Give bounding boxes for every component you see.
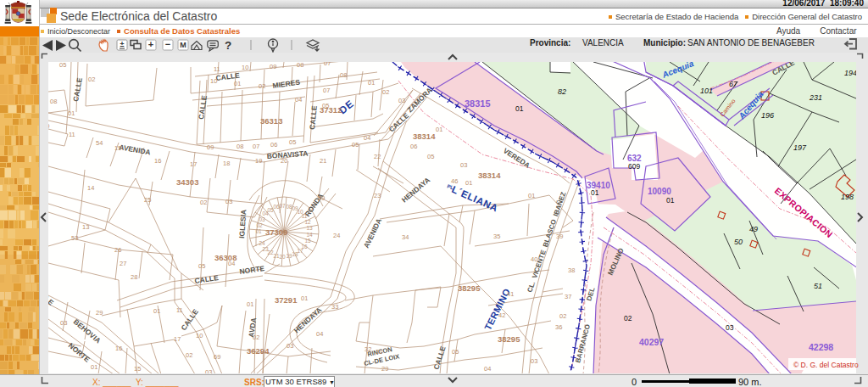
svg-text:01: 01 <box>666 196 675 205</box>
svg-text:16: 16 <box>115 345 122 352</box>
svg-text:02: 02 <box>88 76 95 83</box>
svg-text:01: 01 <box>368 79 375 87</box>
svg-text:05: 05 <box>289 138 296 146</box>
svg-text:07: 07 <box>323 87 330 94</box>
svg-text:01: 01 <box>528 192 535 199</box>
svg-text:02: 02 <box>186 351 192 359</box>
svg-text:197: 197 <box>793 143 807 152</box>
svg-text:?: ? <box>225 39 231 52</box>
svg-text:05: 05 <box>59 61 66 69</box>
svg-text:29: 29 <box>381 365 388 373</box>
svg-text:32: 32 <box>364 345 371 353</box>
svg-text:35: 35 <box>493 233 500 240</box>
svg-text:28: 28 <box>131 273 137 281</box>
svg-text:42298: 42298 <box>809 342 833 352</box>
svg-text:01: 01 <box>255 228 262 234</box>
svg-text:11: 11 <box>69 131 75 138</box>
svg-text:17: 17 <box>190 160 197 168</box>
svg-text:18: 18 <box>223 160 230 167</box>
svg-text:12: 12 <box>304 219 311 225</box>
svg-text:21: 21 <box>273 253 280 259</box>
svg-text:13: 13 <box>306 225 313 231</box>
svg-text:29: 29 <box>96 309 103 317</box>
svg-text:08: 08 <box>340 71 347 79</box>
svg-text:01: 01 <box>68 109 75 117</box>
svg-text:03: 03 <box>259 216 265 222</box>
svg-text:01: 01 <box>591 188 599 197</box>
svg-text:36: 36 <box>555 323 562 331</box>
svg-text:03: 03 <box>531 357 537 365</box>
svg-text:03: 03 <box>225 198 232 205</box>
svg-text:+: + <box>148 39 153 49</box>
svg-text:15: 15 <box>304 238 311 244</box>
svg-text:24: 24 <box>333 232 340 239</box>
svg-text:21: 21 <box>320 157 326 165</box>
svg-text:01: 01 <box>301 294 308 302</box>
svg-text:10090: 10090 <box>648 187 671 196</box>
svg-text:42: 42 <box>498 311 505 319</box>
svg-text:04: 04 <box>316 330 323 338</box>
svg-text:38295: 38295 <box>498 334 520 344</box>
svg-text:23: 23 <box>374 192 381 199</box>
svg-text:08: 08 <box>297 61 303 69</box>
svg-text:07: 07 <box>279 203 286 209</box>
svg-text:14: 14 <box>87 184 94 192</box>
svg-text:10: 10 <box>210 77 217 85</box>
svg-text:40: 40 <box>531 255 537 263</box>
svg-text:11: 11 <box>176 306 183 314</box>
svg-text:07: 07 <box>253 143 259 150</box>
svg-text:03: 03 <box>398 97 405 104</box>
svg-text:01: 01 <box>234 80 241 87</box>
svg-text:01: 01 <box>465 179 472 187</box>
svg-text:03: 03 <box>60 319 67 327</box>
svg-text:01: 01 <box>153 307 160 315</box>
svg-text:02: 02 <box>559 312 566 320</box>
svg-text:22: 22 <box>374 153 381 160</box>
svg-text:02: 02 <box>253 334 259 341</box>
svg-text:37309: 37309 <box>265 227 287 237</box>
svg-text:59: 59 <box>318 194 325 202</box>
svg-text:51: 51 <box>814 282 822 290</box>
svg-text:38314: 38314 <box>413 132 436 141</box>
svg-text:24: 24 <box>259 240 265 246</box>
svg-text:50: 50 <box>734 238 743 246</box>
svg-text:15: 15 <box>114 144 121 152</box>
svg-text:10: 10 <box>242 64 248 71</box>
svg-text:38: 38 <box>568 266 575 274</box>
svg-text:38315: 38315 <box>465 98 491 109</box>
svg-text:20: 20 <box>279 254 286 260</box>
svg-text:02: 02 <box>624 314 632 322</box>
svg-text:33: 33 <box>331 303 338 311</box>
svg-text:03: 03 <box>205 368 212 374</box>
svg-text:198: 198 <box>841 193 854 201</box>
svg-text:04: 04 <box>295 96 302 104</box>
svg-text:11: 11 <box>302 213 308 219</box>
svg-text:36294: 36294 <box>247 346 270 356</box>
svg-text:18: 18 <box>292 251 298 257</box>
svg-text:01: 01 <box>91 363 97 371</box>
svg-text:17: 17 <box>174 335 181 343</box>
svg-text:609: 609 <box>628 162 640 171</box>
svg-text:−: − <box>165 39 170 49</box>
svg-text:196: 196 <box>761 111 774 120</box>
svg-text:19: 19 <box>255 157 262 165</box>
svg-text:02: 02 <box>256 222 263 228</box>
svg-text:06: 06 <box>410 143 417 150</box>
svg-text:25: 25 <box>144 196 151 204</box>
svg-text:46: 46 <box>451 177 458 185</box>
svg-text:16: 16 <box>154 157 161 165</box>
svg-text:26: 26 <box>114 246 121 254</box>
svg-text:37291: 37291 <box>275 295 298 305</box>
svg-text:69: 69 <box>214 353 220 361</box>
svg-text:04: 04 <box>228 260 235 267</box>
svg-text:20: 20 <box>281 157 287 165</box>
svg-text:36313: 36313 <box>260 116 282 126</box>
svg-text:±: ± <box>120 40 125 48</box>
svg-text:31: 31 <box>376 348 382 356</box>
svg-text:M: M <box>180 41 186 49</box>
svg-text:03: 03 <box>460 161 467 169</box>
svg-text:04: 04 <box>364 134 370 142</box>
svg-text:09: 09 <box>270 63 276 70</box>
svg-text:194: 194 <box>844 69 857 77</box>
svg-text:40297: 40297 <box>639 337 664 347</box>
